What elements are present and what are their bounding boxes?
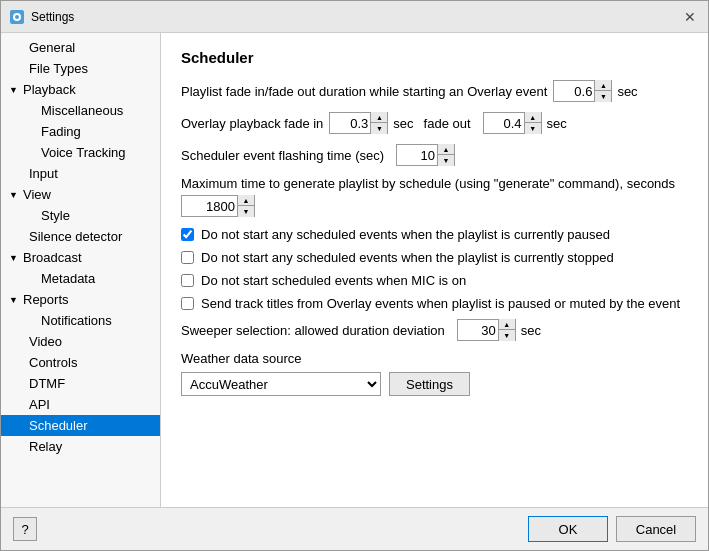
sidebar-item-controls[interactable]: Controls	[1, 352, 160, 373]
sidebar-group-reports[interactable]: ▼ Reports	[1, 289, 160, 310]
overlay-playback-out-spinner-btns: ▲ ▼	[524, 112, 541, 134]
checkbox-mic[interactable]	[181, 274, 194, 287]
overlay-playback-row: Overlay playback fade in ▲ ▼ sec fade ou…	[181, 112, 688, 134]
overlay-fade-out-label: fade out	[424, 116, 471, 131]
sidebar-item-relay[interactable]: Relay	[1, 436, 160, 457]
max-time-label-row: Maximum time to generate playlist by sch…	[181, 176, 688, 191]
max-time-label: Maximum time to generate playlist by sch…	[181, 176, 675, 191]
max-time-spinner[interactable]: ▲ ▼	[181, 195, 255, 217]
overlay-playback-in-spinner-btns: ▲ ▼	[370, 112, 387, 134]
sidebar-item-file-types[interactable]: File Types	[1, 58, 160, 79]
weather-section-label: Weather data source	[181, 351, 688, 366]
checkbox-row-3: Do not start scheduled events when MIC i…	[181, 273, 688, 288]
window-icon	[9, 9, 25, 25]
max-time-spinner-btns: ▲ ▼	[237, 195, 254, 217]
flash-time-spinner[interactable]: ▲ ▼	[396, 144, 455, 166]
checkbox-stopped[interactable]	[181, 251, 194, 264]
max-time-input[interactable]	[182, 196, 237, 216]
close-button[interactable]: ✕	[680, 7, 700, 27]
checkbox-overlay-titles-label[interactable]: Send track titles from Overlay events wh…	[201, 296, 680, 311]
weather-source-select[interactable]: AccuWeather	[181, 372, 381, 396]
sidebar-item-api[interactable]: API	[1, 394, 160, 415]
sidebar-item-scheduler[interactable]: Scheduler	[1, 415, 160, 436]
chevron-down-icon: ▼	[9, 85, 19, 95]
checkbox-mic-label[interactable]: Do not start scheduled events when MIC i…	[201, 273, 466, 288]
footer: ? OK Cancel	[1, 507, 708, 550]
sweeper-input[interactable]	[458, 320, 498, 340]
checkbox-row-1: Do not start any scheduled events when t…	[181, 227, 688, 242]
overlay-fade-down-btn[interactable]: ▼	[595, 91, 611, 102]
overlay-fade-unit: sec	[617, 84, 637, 99]
flash-time-label: Scheduler event flashing time (sec)	[181, 148, 384, 163]
checkbox-paused-label[interactable]: Do not start any scheduled events when t…	[201, 227, 610, 242]
footer-right: OK Cancel	[528, 516, 696, 542]
overlay-fade-up-btn[interactable]: ▲	[595, 80, 611, 91]
checkbox-stopped-label[interactable]: Do not start any scheduled events when t…	[201, 250, 614, 265]
checkbox-paused[interactable]	[181, 228, 194, 241]
overlay-playback-sec: sec	[393, 116, 413, 131]
sidebar: General File Types ▼ Playback Miscellane…	[1, 33, 161, 507]
overlay-playback-out-unit: sec	[547, 116, 567, 131]
sidebar-item-metadata[interactable]: Metadata	[1, 268, 160, 289]
sidebar-item-miscellaneous[interactable]: Miscellaneous	[1, 100, 160, 121]
sidebar-item-input[interactable]: Input	[1, 163, 160, 184]
window-title: Settings	[31, 10, 680, 24]
max-time-up-btn[interactable]: ▲	[238, 195, 254, 206]
flash-time-down-btn[interactable]: ▼	[438, 155, 454, 166]
overlay-fade-row: Playlist fade in/fade out duration while…	[181, 80, 688, 102]
sidebar-group-view[interactable]: ▼ View	[1, 184, 160, 205]
overlay-playback-in-up-btn[interactable]: ▲	[371, 112, 387, 123]
overlay-playback-out-input[interactable]	[484, 113, 524, 133]
flash-time-input[interactable]	[397, 145, 437, 165]
sweeper-spinner-btns: ▲ ▼	[498, 319, 515, 341]
main-panel: Scheduler Playlist fade in/fade out dura…	[161, 33, 708, 507]
overlay-playback-in-input[interactable]	[330, 113, 370, 133]
sidebar-group-playback[interactable]: ▼ Playback	[1, 79, 160, 100]
sweeper-label: Sweeper selection: allowed duration devi…	[181, 323, 445, 338]
sidebar-item-video[interactable]: Video	[1, 331, 160, 352]
chevron-down-icon: ▼	[9, 253, 19, 263]
help-button[interactable]: ?	[13, 517, 37, 541]
sweeper-up-btn[interactable]: ▲	[499, 319, 515, 330]
overlay-fade-spinner-btns: ▲ ▼	[594, 80, 611, 102]
sweeper-unit: sec	[521, 323, 541, 338]
max-time-row: ▲ ▼	[181, 195, 688, 217]
overlay-playback-out-spinner[interactable]: ▲ ▼	[483, 112, 542, 134]
flash-time-spinner-btns: ▲ ▼	[437, 144, 454, 166]
overlay-fade-label: Playlist fade in/fade out duration while…	[181, 84, 547, 99]
sidebar-item-dtmf[interactable]: DTMF	[1, 373, 160, 394]
sweeper-spinner[interactable]: ▲ ▼	[457, 319, 516, 341]
overlay-playback-in-spinner[interactable]: ▲ ▼	[329, 112, 388, 134]
svg-point-2	[15, 15, 19, 19]
sidebar-item-style[interactable]: Style	[1, 205, 160, 226]
overlay-playback-label: Overlay playback fade in	[181, 116, 323, 131]
sidebar-item-voice-tracking[interactable]: Voice Tracking	[1, 142, 160, 163]
overlay-playback-out-up-btn[interactable]: ▲	[525, 112, 541, 123]
settings-window: Settings ✕ General File Types ▼ Playback…	[0, 0, 709, 551]
sidebar-item-general[interactable]: General	[1, 37, 160, 58]
title-bar: Settings ✕	[1, 1, 708, 33]
overlay-playback-in-down-btn[interactable]: ▼	[371, 123, 387, 134]
checkbox-row-2: Do not start any scheduled events when t…	[181, 250, 688, 265]
sidebar-item-silence-detector[interactable]: Silence detector	[1, 226, 160, 247]
overlay-fade-input[interactable]	[554, 81, 594, 101]
footer-left: ?	[13, 517, 37, 541]
weather-settings-button[interactable]: Settings	[389, 372, 470, 396]
flash-time-row: Scheduler event flashing time (sec) ▲ ▼	[181, 144, 688, 166]
overlay-playback-out-down-btn[interactable]: ▼	[525, 123, 541, 134]
cancel-button[interactable]: Cancel	[616, 516, 696, 542]
sweeper-down-btn[interactable]: ▼	[499, 330, 515, 341]
sweeper-row: Sweeper selection: allowed duration devi…	[181, 319, 688, 341]
panel-title: Scheduler	[181, 49, 688, 66]
ok-button[interactable]: OK	[528, 516, 608, 542]
chevron-down-icon: ▼	[9, 295, 19, 305]
sidebar-item-notifications[interactable]: Notifications	[1, 310, 160, 331]
overlay-fade-spinner[interactable]: ▲ ▼	[553, 80, 612, 102]
sidebar-item-fading[interactable]: Fading	[1, 121, 160, 142]
chevron-down-icon: ▼	[9, 190, 19, 200]
max-time-down-btn[interactable]: ▼	[238, 206, 254, 217]
checkbox-row-4: Send track titles from Overlay events wh…	[181, 296, 688, 311]
flash-time-up-btn[interactable]: ▲	[438, 144, 454, 155]
sidebar-group-broadcast[interactable]: ▼ Broadcast	[1, 247, 160, 268]
checkbox-overlay-titles[interactable]	[181, 297, 194, 310]
